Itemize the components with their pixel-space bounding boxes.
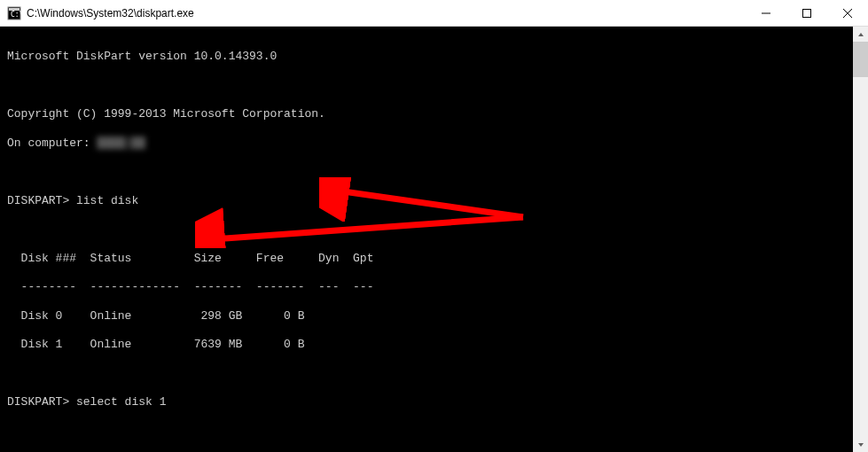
table-row: Disk 0 Online 298 GB 0 B bbox=[7, 309, 846, 323]
vertical-scrollbar[interactable] bbox=[853, 27, 868, 452]
blank-line bbox=[7, 222, 846, 237]
svg-rect-4 bbox=[803, 10, 811, 18]
console[interactable]: Microsoft DiskPart version 10.0.14393.0 … bbox=[0, 27, 853, 452]
prompt-list-disk: DISKPART> list disk bbox=[7, 194, 846, 208]
svg-marker-7 bbox=[858, 33, 864, 36]
svg-text:C:\: C:\ bbox=[11, 11, 21, 19]
close-button[interactable] bbox=[827, 0, 868, 27]
window-controls bbox=[746, 0, 868, 26]
console-area: Microsoft DiskPart version 10.0.14393.0 … bbox=[0, 27, 868, 452]
titlebar: C:\ C:\Windows\System32\diskpart.exe bbox=[0, 0, 868, 27]
prompt-label: DISKPART> bbox=[7, 194, 76, 207]
on-computer-label: On computer: bbox=[7, 136, 97, 150]
blank-line bbox=[7, 425, 846, 439]
table-row: Disk 1 Online 7639 MB 0 B bbox=[7, 338, 846, 352]
blank-line bbox=[7, 367, 846, 381]
table-header: Disk ### Status Size Free Dyn Gpt bbox=[7, 252, 846, 266]
maximize-button[interactable] bbox=[786, 0, 827, 27]
table-divider: -------- ------------- ------- ------- -… bbox=[7, 280, 846, 294]
command-text: select disk 1 bbox=[76, 395, 166, 409]
svg-marker-8 bbox=[858, 443, 864, 447]
prompt-label: DISKPART> bbox=[7, 395, 76, 409]
copyright-line: Copyright (C) 1999-2013 Microsoft Corpor… bbox=[7, 107, 846, 121]
scrollbar-thumb[interactable] bbox=[853, 42, 868, 77]
window-title: C:\Windows\System32\diskpart.exe bbox=[27, 7, 746, 19]
blank-line bbox=[7, 79, 846, 93]
version-line: Microsoft DiskPart version 10.0.14393.0 bbox=[7, 50, 846, 64]
app-icon: C:\ bbox=[7, 6, 21, 20]
scroll-up-button[interactable] bbox=[853, 27, 868, 42]
prompt-select-disk: DISKPART> select disk 1 bbox=[7, 395, 846, 409]
on-computer-line: On computer: ████-██ bbox=[7, 136, 846, 151]
computer-name-redacted: ████-██ bbox=[97, 136, 145, 150]
minimize-button[interactable] bbox=[746, 0, 786, 27]
blank-line bbox=[7, 165, 846, 179]
scroll-down-button[interactable] bbox=[853, 437, 868, 452]
command-text: list disk bbox=[76, 194, 138, 207]
